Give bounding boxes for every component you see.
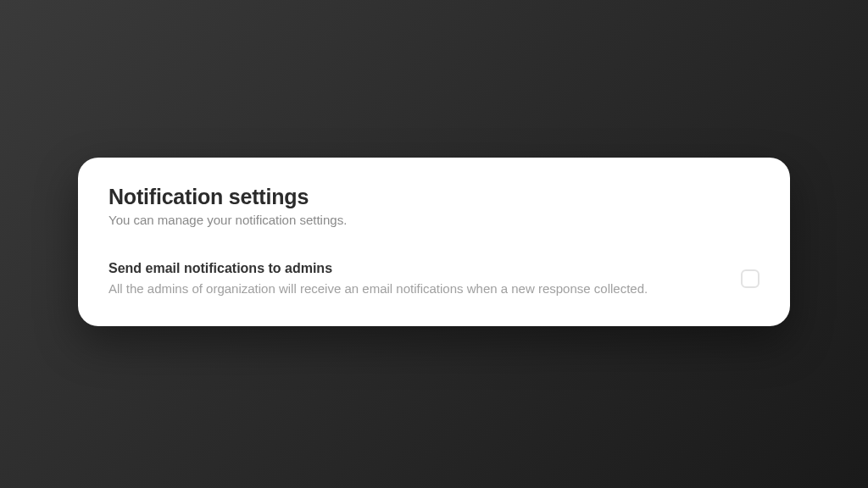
notification-settings-card: Notification settings You can manage you… [78, 158, 790, 326]
card-title: Notification settings [108, 185, 760, 209]
setting-title: Send email notifications to admins [108, 261, 727, 276]
email-admins-checkbox[interactable] [741, 269, 760, 288]
card-subtitle: You can manage your notification setting… [108, 213, 760, 227]
card-header: Notification settings You can manage you… [108, 185, 760, 227]
setting-row-email-admins: Send email notifications to admins All t… [108, 261, 760, 297]
setting-description: All the admins of organization will rece… [108, 280, 727, 297]
setting-text: Send email notifications to admins All t… [108, 261, 727, 297]
